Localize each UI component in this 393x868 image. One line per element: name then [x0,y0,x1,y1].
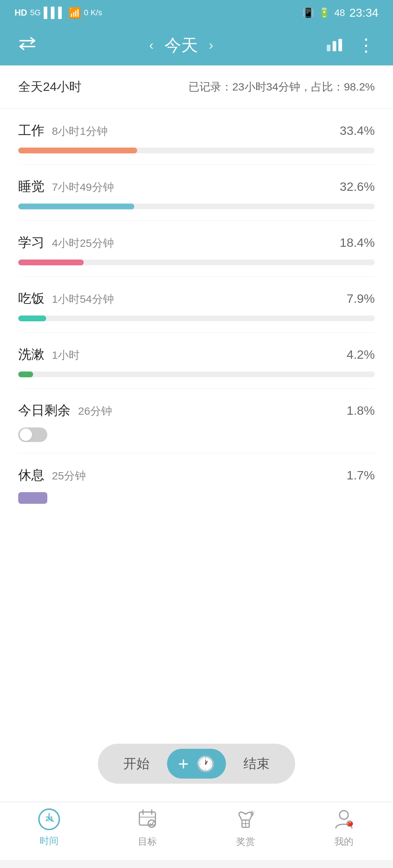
svg-text:🍅: 🍅 [347,820,353,827]
recorded-label: 已记录：23小时34分钟，占比：98.2% [188,80,375,95]
start-button[interactable]: 开始 [109,751,164,776]
activity-percent-sleep: 32.6% [340,180,375,194]
activity-name-work: 工作 8小时1分钟 [18,122,108,140]
activity-name-remaining: 今日剩余 26分钟 [18,402,112,419]
tab-icon-rewards [234,807,257,832]
svg-point-20 [340,811,348,819]
prev-arrow[interactable]: ‹ [149,38,154,53]
toggle-remaining[interactable] [18,427,47,442]
svg-line-19 [253,812,254,813]
activity-percent-work: 33.4% [340,124,375,138]
progress-bar-sleep-bg [18,204,375,209]
vibrate-icon: 📳 [302,7,314,19]
status-bar-left: HD 5G ▌▌▌ 📶 0 K/s [15,7,102,19]
tab-label-rewards: 奖赏 [236,835,255,848]
signal-5g: 5G [30,8,41,17]
svg-rect-4 [338,39,342,51]
nav-title-text: 今天 [164,34,198,57]
carrier-label: HD [15,8,27,18]
tab-label-goals: 目标 [138,835,157,848]
status-time: 23:34 [349,6,378,20]
status-bar: HD 5G ▌▌▌ 📶 0 K/s 📳 🔋 48 23:34 [0,0,393,25]
tab-icon-time: 24 [37,808,61,831]
activity-percent-rest: 1.7% [347,468,375,482]
progress-bar-eating-bg [18,316,375,321]
progress-bar-wash-fill [18,371,33,377]
activity-percent-wash: 4.2% [347,347,375,362]
activity-percent-remaining: 1.8% [347,403,375,418]
activity-name-sleep: 睡觉 7小时49分钟 [18,178,114,196]
activity-name-study: 学习 4小时25分钟 [18,234,114,252]
switch-icon[interactable] [18,36,36,55]
progress-bar-study-bg [18,260,375,265]
activity-percent-study: 18.4% [340,236,375,250]
activity-percent-eating: 7.9% [347,292,375,306]
status-bar-right: 📳 🔋 48 23:34 [302,6,378,20]
activity-name-rest: 休息 25分钟 [18,466,86,484]
tab-label-time: 时间 [40,835,59,847]
progress-bar-work-fill [18,148,137,153]
progress-bar-sleep-fill [18,204,134,209]
activity-item-study[interactable]: 学习 4小时25分钟 18.4% [18,221,375,277]
add-clock-button[interactable]: + 🕐 [167,749,226,779]
add-icon: + [178,755,188,773]
tab-icon-goals [136,807,159,832]
nav-bar: ‹ 今天 › ⋮ [0,25,393,65]
tab-item-mine[interactable]: 🍅 我的 [295,807,393,848]
svg-point-13 [148,820,155,827]
tab-bar: 24 时间 目标 [0,802,393,860]
end-button[interactable]: 结束 [229,751,284,776]
tab-item-goals[interactable]: 目标 [98,807,196,848]
activity-name-wash: 洗漱 1小时 [18,346,80,363]
signal-bars-icon: ▌▌▌ [44,7,66,19]
rest-indicator [18,492,47,504]
summary-row: 全天24小时 已记录：23小时34分钟，占比：98.2% [0,65,393,109]
nav-title: ‹ 今天 › [149,34,213,57]
tab-label-mine: 我的 [334,835,353,848]
progress-bar-study-fill [18,260,84,265]
activity-list: 工作 8小时1分钟 33.4% 睡觉 7小时49分钟 32.6% 学习 4小时2… [0,109,393,515]
svg-rect-2 [327,45,330,51]
activity-item-eating[interactable]: 吃饭 1小时54分钟 7.9% [18,277,375,333]
tab-item-time[interactable]: 24 时间 [0,808,98,847]
more-icon[interactable]: ⋮ [357,37,375,54]
battery-level: 48 [334,7,345,19]
clock-icon: 🕐 [196,755,215,773]
activity-item-sleep[interactable]: 睡觉 7小时49分钟 32.6% [18,165,375,221]
chart-icon[interactable] [326,37,343,53]
activity-name-eating: 吃饭 1小时54分钟 [18,290,114,308]
total-label: 全天24小时 [18,79,82,95]
svg-rect-3 [333,41,336,51]
progress-bar-wash-bg [18,371,375,377]
progress-bar-work-bg [18,148,375,153]
data-speed: 0 K/s [84,8,102,17]
activity-item-rest[interactable]: 休息 25分钟 1.7% [18,453,375,515]
progress-bar-eating-fill [18,316,46,321]
next-arrow[interactable]: › [209,38,213,53]
tab-item-rewards[interactable]: 奖赏 [196,807,295,848]
activity-item-work[interactable]: 工作 8小时1分钟 33.4% [18,109,375,165]
wifi-icon: 📶 [68,7,81,19]
bottom-action-bar: 开始 + 🕐 结束 [0,733,393,802]
activity-item-wash[interactable]: 洗漱 1小时 4.2% [18,333,375,389]
activity-item-remaining[interactable]: 今日剩余 26分钟 1.8% [18,389,375,453]
battery-icon: 🔋 [318,7,330,19]
nav-right: ⋮ [326,37,375,54]
tab-icon-mine: 🍅 [332,807,356,832]
empty-content-area [0,515,393,733]
